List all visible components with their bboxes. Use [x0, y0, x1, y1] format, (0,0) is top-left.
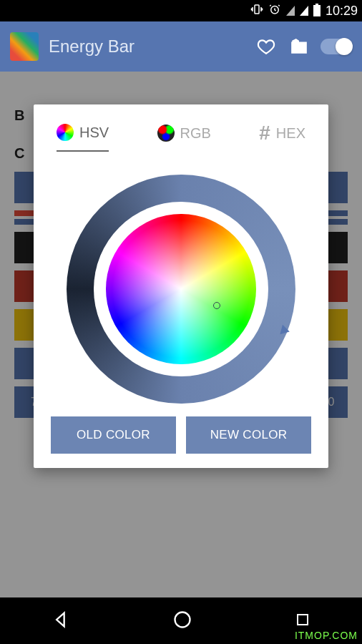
vibrate-icon [250, 3, 263, 19]
play-store-icon[interactable] [288, 35, 310, 58]
clock: 10:29 [326, 4, 358, 19]
hsv-icon [57, 124, 74, 141]
alarm-icon [268, 3, 281, 19]
svg-rect-0 [255, 5, 259, 14]
app-logo [10, 32, 39, 61]
button-label: OLD COLOR [77, 428, 150, 442]
rgb-icon [157, 125, 175, 142]
battery-icon [313, 5, 321, 16]
recent-icon[interactable] [294, 611, 311, 631]
favorite-icon[interactable] [255, 35, 278, 58]
app-toolbar: Energy Bar [0, 21, 362, 72]
color-mode-tabs: HSV RGB # HEX [51, 122, 311, 162]
tab-label: HEX [276, 125, 305, 142]
tab-rgb[interactable]: RGB [157, 122, 211, 152]
hash-icon: # [259, 122, 270, 145]
tab-label: HSV [79, 125, 109, 141]
svg-rect-3 [298, 615, 308, 625]
new-color-button[interactable]: NEW COLOR [186, 416, 311, 454]
hue-handle[interactable] [213, 302, 220, 309]
master-toggle[interactable] [321, 39, 352, 54]
status-bar: 10:29 [0, 0, 362, 21]
color-wheel[interactable] [67, 175, 295, 404]
app-title: Energy Bar [49, 36, 245, 57]
tab-hsv[interactable]: HSV [57, 122, 109, 152]
signal-icon [300, 6, 308, 16]
back-icon[interactable] [51, 610, 71, 633]
home-icon[interactable] [172, 610, 192, 633]
old-color-button[interactable]: OLD COLOR [51, 416, 176, 454]
color-picker-dialog: HSV RGB # HEX OLD COLOR NEW COLOR [34, 104, 328, 468]
value-handle[interactable] [280, 325, 290, 337]
tab-label: RGB [180, 125, 211, 142]
svg-point-2 [175, 612, 190, 627]
button-label: NEW COLOR [210, 428, 288, 442]
signal-icon [286, 6, 295, 16]
tab-hex[interactable]: # HEX [259, 122, 305, 152]
watermark: ITMOP.COM [295, 630, 358, 641]
